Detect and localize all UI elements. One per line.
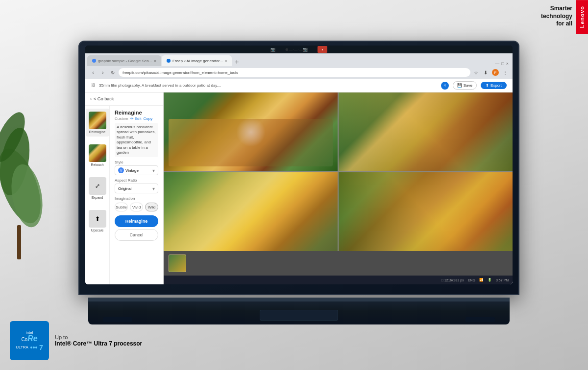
food-visual-3 [164, 172, 338, 251]
retouch-thumb [89, 144, 106, 162]
dropdown-chevron: ▾ [152, 168, 155, 173]
download-icon[interactable]: ⬇ [482, 69, 489, 76]
tab2-label: Freepik AI image generator... [172, 59, 223, 63]
lenovo-badge: Lenovo [576, 0, 588, 34]
grid-cell-1[interactable] [164, 92, 338, 171]
url-text: freepik.com/pikaso/ai-image-generator#fr… [122, 70, 238, 75]
status-bar: □ 1216x832 px ENG 📶 🔋 3:57 PM [164, 276, 513, 284]
vivid-button[interactable]: Vivid [130, 203, 143, 211]
style-label: Style [115, 160, 158, 164]
reimagine-label: Reimagine [89, 130, 105, 134]
browser-tabs: graphic sample - Google Sea... × Freepik… [85, 53, 513, 66]
screen-bezel: 📷 ⊕—·—·—📷 ● graphic sample - Google Sea.… [85, 46, 513, 284]
ultra-dot-2 [33, 347, 35, 348]
intel-badge: intel CoRe ULTRA 7 [10, 321, 49, 360]
battery-icon: 🔋 [488, 278, 492, 282]
tools-strip: Reimagine Retouch ⤢ Expand [85, 106, 110, 284]
dimensions-status: □ 1216x832 px [441, 278, 464, 282]
imagination-label: Imagination [115, 196, 158, 201]
ultra-dots [30, 347, 37, 348]
tab-freepik[interactable]: Freepik AI image generator... × [162, 55, 232, 66]
vintage-value: V Vintage [118, 167, 139, 173]
ultra-number: 7 [39, 344, 43, 351]
main-content: ‹ < Go back [85, 92, 513, 284]
tab2-close[interactable]: × [225, 59, 227, 63]
go-back-button[interactable]: ‹ < Go back [85, 92, 163, 106]
grid-cell-2[interactable] [339, 92, 513, 171]
tool-upscale[interactable]: ⬆ Upscale [86, 207, 109, 235]
camera-bar: 📷 ⊕—·—·—📷 ● [85, 46, 513, 53]
upscale-label: Upscale [91, 229, 103, 232]
reimagine-panel: Reimagine Custom ✏ Edit Copy A delicious… [110, 106, 163, 284]
laptop-wrapper: 📷 ⊕—·—·—📷 ● graphic sample - Google Sea.… [49, 24, 549, 341]
freepik-topbar: 🖼 35mm film photography. A breakfast ser… [85, 79, 513, 92]
ultra-badge: ULTRA 7 [16, 344, 43, 351]
laptop-lid: 📷 ⊕—·—·—📷 ● graphic sample - Google Sea.… [78, 41, 519, 295]
close-button[interactable]: × [506, 61, 509, 66]
ultra-dot-1 [30, 347, 32, 348]
edit-link[interactable]: ✏ Edit [130, 116, 142, 121]
prompt-text: 35mm film photography. A breakfast serve… [99, 83, 437, 88]
freepik-favicon [167, 59, 171, 63]
core-label: CoRe [21, 335, 37, 343]
aspect-label: Aspect Ratio [115, 178, 158, 183]
tab-google[interactable]: graphic sample - Google Sea... × [87, 55, 161, 66]
menu-icon[interactable]: ⋮ [502, 69, 509, 76]
save-button[interactable]: 💾 Save [453, 81, 477, 90]
laptop-trackpad [260, 310, 338, 321]
tool-expand[interactable]: ⤢ Expand [86, 174, 109, 202]
laptop-hinge [88, 298, 510, 301]
export-icon: ⬆ [486, 83, 489, 88]
image-area: □ 1216x832 px ENG 📶 🔋 3:57 PM [164, 92, 513, 284]
cancel-button[interactable]: Cancel [115, 229, 158, 241]
style-dropdown[interactable]: V Vintage ▾ [115, 165, 158, 175]
thumbnail-1[interactable] [169, 254, 186, 272]
export-button[interactable]: ⬆ Export [481, 82, 507, 89]
copy-link[interactable]: Copy [144, 116, 153, 121]
tool-retouch[interactable]: Retouch [86, 141, 109, 169]
thumbnail-strip [164, 251, 513, 276]
bottom-branding: intel CoRe ULTRA 7 Up to Intel® Core™ Ul… [10, 321, 142, 360]
food-visual-1 [169, 119, 333, 166]
address-bar[interactable]: freepik.com/pikaso/ai-image-generator#fr… [119, 68, 470, 77]
forward-button[interactable]: › [99, 69, 107, 76]
refresh-button[interactable]: ↻ [109, 69, 117, 76]
win-controls: — □ × [495, 61, 511, 66]
reimagine-button[interactable]: Reimagine [115, 215, 158, 227]
profile-avatar[interactable]: F [492, 69, 499, 76]
imagination-buttons: Subtle Vivid Wild [115, 203, 158, 211]
dimensions-icon: □ [441, 278, 443, 282]
core-re: Re [27, 334, 37, 343]
core-prefix: Co [21, 337, 27, 342]
new-tab-button[interactable]: + [232, 57, 241, 66]
time-status: 3:57 PM [496, 278, 509, 282]
maximize-button[interactable]: □ [501, 61, 504, 66]
plant-decoration [0, 39, 54, 259]
aspect-dropdown[interactable]: Original ▾ [115, 184, 158, 193]
back-arrow-icon: ‹ [90, 96, 92, 101]
wild-button[interactable]: Wild [145, 203, 158, 211]
food-visual-2 [339, 92, 513, 171]
expand-thumb: ⤢ [89, 177, 106, 195]
tool-reimagine[interactable]: Reimagine [86, 109, 109, 137]
tab1-close[interactable]: × [154, 59, 156, 63]
ultra-label: ULTRA [16, 345, 28, 349]
expand-label: Expand [92, 196, 103, 199]
google-favicon [92, 59, 96, 63]
tab1-label: graphic sample - Google Sea... [98, 59, 152, 63]
minimize-button[interactable]: — [495, 61, 499, 66]
subtle-button[interactable]: Subtle [115, 203, 128, 211]
grid-cell-4[interactable] [339, 172, 513, 251]
laptop-foot-right [466, 317, 495, 322]
back-button[interactable]: ‹ [89, 69, 97, 76]
lang-status: ENG [468, 278, 475, 282]
left-panel: ‹ < Go back [85, 92, 164, 284]
panel-inner: Reimagine Retouch ⤢ Expand [85, 106, 163, 284]
bookmark-icon[interactable]: ☆ [472, 69, 479, 76]
grid-cell-3[interactable] [164, 172, 338, 251]
smarter-text: Smarter technology for all [541, 0, 576, 33]
camera-indicator: ● [318, 46, 327, 53]
toolbar-actions: ☆ ⬇ F ⋮ [472, 69, 509, 76]
image-grid [164, 92, 513, 251]
browser-toolbar: ‹ › ↻ freepik.com/pikaso/ai-image-genera… [85, 66, 513, 79]
